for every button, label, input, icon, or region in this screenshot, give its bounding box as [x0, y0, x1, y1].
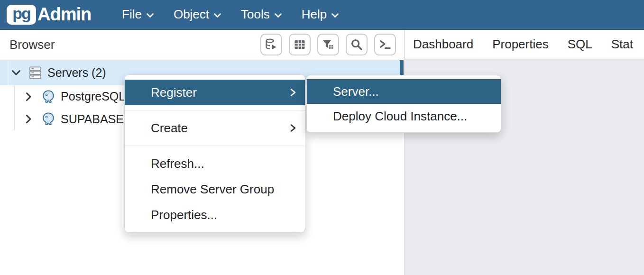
detail-panel: Dashboard Properties SQL Stat	[405, 30, 644, 275]
submenu-item-deploy-cloud-instance-label: Deploy Cloud Instance...	[333, 109, 467, 124]
postgresql-elephant-icon	[41, 111, 55, 128]
chevron-down-icon	[331, 13, 339, 18]
chevron-right-icon[interactable]	[26, 92, 32, 101]
menu-file-label: File	[122, 7, 142, 22]
tree-indent-guide	[8, 60, 9, 85]
context-menu-item-properties[interactable]: Properties...	[125, 202, 305, 228]
query-tool-button[interactable]	[260, 34, 282, 55]
chevron-down-icon	[147, 13, 154, 18]
pgadmin-logo-badge: pg	[7, 5, 36, 25]
menubar: File Object Tools Help	[122, 0, 339, 29]
table-grid-icon	[293, 38, 306, 51]
filtered-rows-button[interactable]	[317, 34, 339, 55]
detail-tabbar: Dashboard Properties SQL Stat	[405, 30, 644, 59]
tab-properties[interactable]: Properties	[492, 37, 549, 52]
submenu-item-server-label: Server...	[333, 84, 379, 99]
server-group-icon	[28, 65, 43, 82]
chevron-down-icon	[275, 13, 282, 18]
database-play-icon	[265, 38, 278, 51]
menu-object[interactable]: Object	[174, 7, 221, 22]
terminal-prompt-icon	[378, 38, 392, 51]
chevron-right-icon[interactable]	[26, 114, 32, 124]
tab-sql[interactable]: SQL	[568, 37, 592, 52]
tree-label-supabase: SUPABASE	[61, 112, 124, 126]
tree-label-postgresql: PostgreSQL	[61, 90, 125, 103]
context-menu-item-create-label: Create	[151, 121, 188, 136]
chevron-down-icon	[214, 13, 221, 18]
context-menu-item-remove-server-group-label: Remove Server Group	[151, 182, 274, 197]
context-menu-item-remove-server-group[interactable]: Remove Server Group	[125, 176, 305, 202]
context-menu-section: Refresh... Remove Server Group Propertie…	[125, 146, 305, 232]
submenu-chevron-right-icon	[290, 123, 296, 133]
tree-indent-guide	[14, 85, 15, 130]
menu-help[interactable]: Help	[302, 7, 339, 22]
menu-tools[interactable]: Tools	[241, 7, 282, 22]
context-menu-item-properties-label: Properties...	[151, 208, 217, 222]
filter-table-icon	[322, 38, 335, 51]
tab-dashboard[interactable]: Dashboard	[413, 37, 473, 52]
register-submenu: Server... Deploy Cloud Instance...	[306, 75, 501, 133]
menu-tools-label: Tools	[241, 7, 270, 22]
chevron-down-icon[interactable]	[11, 70, 21, 76]
context-menu-section: Register	[125, 75, 305, 110]
search-objects-button[interactable]	[346, 34, 368, 55]
menu-help-label: Help	[302, 7, 327, 22]
context-menu-item-create[interactable]: Create	[125, 115, 305, 141]
view-data-button[interactable]	[289, 34, 311, 55]
browser-toolbar	[260, 34, 396, 55]
context-menu-section: Create	[125, 110, 305, 146]
tree-label-servers: Servers (2)	[47, 66, 106, 80]
context-menu-item-register-label: Register	[151, 85, 197, 100]
context-menu-item-register[interactable]: Register	[125, 80, 305, 105]
submenu-item-deploy-cloud-instance[interactable]: Deploy Cloud Instance...	[307, 104, 501, 128]
magnifier-icon	[350, 38, 363, 51]
postgresql-elephant-icon	[41, 89, 55, 106]
submenu-item-server[interactable]: Server...	[307, 79, 501, 104]
menu-object-label: Object	[174, 7, 209, 22]
psql-tool-button[interactable]	[374, 34, 396, 55]
context-menu: Register Create Refresh... Remove Server…	[124, 74, 305, 233]
submenu-chevron-right-icon	[290, 88, 296, 97]
menu-file[interactable]: File	[122, 7, 154, 22]
tab-statistics[interactable]: Stat	[611, 37, 633, 52]
context-menu-item-refresh-label: Refresh...	[151, 156, 204, 171]
browser-panel-title: Browser	[9, 37, 55, 52]
browser-panel-header: Browser	[0, 30, 404, 59]
app-header: pg Admin File Object Tools Help	[0, 0, 644, 30]
pgadmin-logo-text: Admin	[37, 4, 91, 25]
context-menu-item-refresh[interactable]: Refresh...	[125, 151, 305, 176]
pgadmin-logo[interactable]: pg Admin	[7, 4, 91, 25]
